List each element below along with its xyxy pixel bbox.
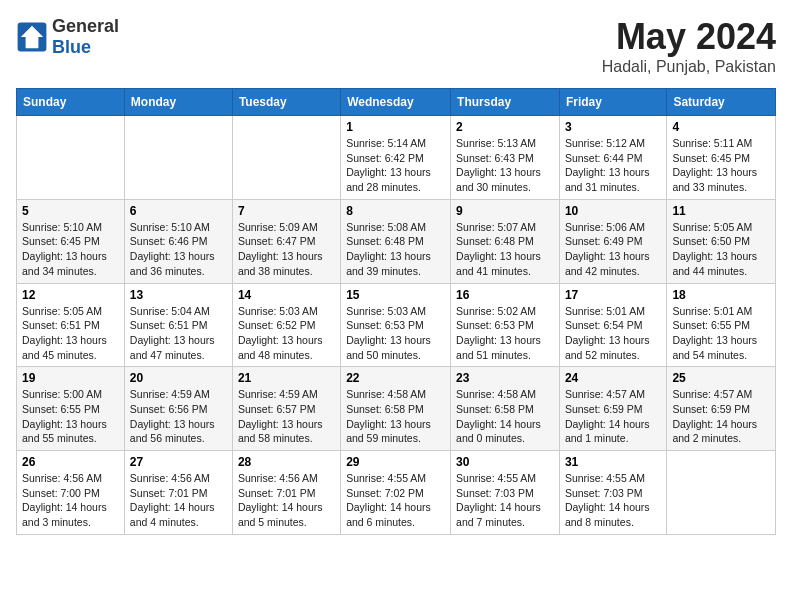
day-number: 20: [130, 371, 227, 385]
day-info: Sunrise: 4:58 AM Sunset: 6:58 PM Dayligh…: [346, 387, 445, 446]
calendar-day-cell: 20Sunrise: 4:59 AM Sunset: 6:56 PM Dayli…: [124, 367, 232, 451]
day-number: 6: [130, 204, 227, 218]
calendar-table: SundayMondayTuesdayWednesdayThursdayFrid…: [16, 88, 776, 535]
day-info: Sunrise: 5:11 AM Sunset: 6:45 PM Dayligh…: [672, 136, 770, 195]
day-number: 10: [565, 204, 661, 218]
day-info: Sunrise: 5:06 AM Sunset: 6:49 PM Dayligh…: [565, 220, 661, 279]
day-info: Sunrise: 5:05 AM Sunset: 6:51 PM Dayligh…: [22, 304, 119, 363]
day-info: Sunrise: 5:12 AM Sunset: 6:44 PM Dayligh…: [565, 136, 661, 195]
calendar-day-cell: 23Sunrise: 4:58 AM Sunset: 6:58 PM Dayli…: [451, 367, 560, 451]
day-info: Sunrise: 5:03 AM Sunset: 6:52 PM Dayligh…: [238, 304, 335, 363]
day-info: Sunrise: 5:03 AM Sunset: 6:53 PM Dayligh…: [346, 304, 445, 363]
day-number: 13: [130, 288, 227, 302]
calendar-day-cell: 31Sunrise: 4:55 AM Sunset: 7:03 PM Dayli…: [559, 451, 666, 535]
day-number: 14: [238, 288, 335, 302]
calendar-day-cell: 4Sunrise: 5:11 AM Sunset: 6:45 PM Daylig…: [667, 116, 776, 200]
day-number: 4: [672, 120, 770, 134]
calendar-day-cell: 29Sunrise: 4:55 AM Sunset: 7:02 PM Dayli…: [341, 451, 451, 535]
calendar-day-cell: 16Sunrise: 5:02 AM Sunset: 6:53 PM Dayli…: [451, 283, 560, 367]
day-info: Sunrise: 5:04 AM Sunset: 6:51 PM Dayligh…: [130, 304, 227, 363]
day-number: 28: [238, 455, 335, 469]
day-info: Sunrise: 4:55 AM Sunset: 7:02 PM Dayligh…: [346, 471, 445, 530]
day-number: 5: [22, 204, 119, 218]
calendar-day-cell: 17Sunrise: 5:01 AM Sunset: 6:54 PM Dayli…: [559, 283, 666, 367]
calendar-header-row: SundayMondayTuesdayWednesdayThursdayFrid…: [17, 89, 776, 116]
day-number: 29: [346, 455, 445, 469]
calendar-day-cell: 28Sunrise: 4:56 AM Sunset: 7:01 PM Dayli…: [232, 451, 340, 535]
calendar-day-cell: 25Sunrise: 4:57 AM Sunset: 6:59 PM Dayli…: [667, 367, 776, 451]
day-number: 15: [346, 288, 445, 302]
logo: General Blue: [16, 16, 119, 58]
day-of-week-header: Tuesday: [232, 89, 340, 116]
day-of-week-header: Wednesday: [341, 89, 451, 116]
day-info: Sunrise: 4:55 AM Sunset: 7:03 PM Dayligh…: [456, 471, 554, 530]
calendar-day-cell: 26Sunrise: 4:56 AM Sunset: 7:00 PM Dayli…: [17, 451, 125, 535]
day-number: 8: [346, 204, 445, 218]
calendar-day-cell: 15Sunrise: 5:03 AM Sunset: 6:53 PM Dayli…: [341, 283, 451, 367]
day-info: Sunrise: 4:55 AM Sunset: 7:03 PM Dayligh…: [565, 471, 661, 530]
day-info: Sunrise: 5:09 AM Sunset: 6:47 PM Dayligh…: [238, 220, 335, 279]
day-number: 23: [456, 371, 554, 385]
calendar-day-cell: 6Sunrise: 5:10 AM Sunset: 6:46 PM Daylig…: [124, 199, 232, 283]
calendar-day-cell: [667, 451, 776, 535]
day-of-week-header: Sunday: [17, 89, 125, 116]
day-number: 18: [672, 288, 770, 302]
day-info: Sunrise: 4:57 AM Sunset: 6:59 PM Dayligh…: [565, 387, 661, 446]
calendar-week-row: 12Sunrise: 5:05 AM Sunset: 6:51 PM Dayli…: [17, 283, 776, 367]
day-number: 17: [565, 288, 661, 302]
calendar-day-cell: 10Sunrise: 5:06 AM Sunset: 6:49 PM Dayli…: [559, 199, 666, 283]
calendar-day-cell: [124, 116, 232, 200]
day-number: 1: [346, 120, 445, 134]
day-of-week-header: Friday: [559, 89, 666, 116]
calendar-week-row: 1Sunrise: 5:14 AM Sunset: 6:42 PM Daylig…: [17, 116, 776, 200]
day-info: Sunrise: 5:08 AM Sunset: 6:48 PM Dayligh…: [346, 220, 445, 279]
title-block: May 2024 Hadali, Punjab, Pakistan: [602, 16, 776, 76]
day-info: Sunrise: 4:58 AM Sunset: 6:58 PM Dayligh…: [456, 387, 554, 446]
day-info: Sunrise: 5:01 AM Sunset: 6:55 PM Dayligh…: [672, 304, 770, 363]
day-info: Sunrise: 4:59 AM Sunset: 6:57 PM Dayligh…: [238, 387, 335, 446]
day-of-week-header: Saturday: [667, 89, 776, 116]
day-number: 21: [238, 371, 335, 385]
day-number: 24: [565, 371, 661, 385]
calendar-day-cell: 5Sunrise: 5:10 AM Sunset: 6:45 PM Daylig…: [17, 199, 125, 283]
calendar-day-cell: 21Sunrise: 4:59 AM Sunset: 6:57 PM Dayli…: [232, 367, 340, 451]
calendar-day-cell: 14Sunrise: 5:03 AM Sunset: 6:52 PM Dayli…: [232, 283, 340, 367]
calendar-day-cell: 3Sunrise: 5:12 AM Sunset: 6:44 PM Daylig…: [559, 116, 666, 200]
calendar-day-cell: 8Sunrise: 5:08 AM Sunset: 6:48 PM Daylig…: [341, 199, 451, 283]
calendar-title: May 2024: [602, 16, 776, 58]
day-number: 25: [672, 371, 770, 385]
day-info: Sunrise: 5:07 AM Sunset: 6:48 PM Dayligh…: [456, 220, 554, 279]
calendar-day-cell: 22Sunrise: 4:58 AM Sunset: 6:58 PM Dayli…: [341, 367, 451, 451]
day-number: 7: [238, 204, 335, 218]
day-info: Sunrise: 5:10 AM Sunset: 6:46 PM Dayligh…: [130, 220, 227, 279]
day-info: Sunrise: 5:01 AM Sunset: 6:54 PM Dayligh…: [565, 304, 661, 363]
calendar-day-cell: 18Sunrise: 5:01 AM Sunset: 6:55 PM Dayli…: [667, 283, 776, 367]
day-info: Sunrise: 4:56 AM Sunset: 7:00 PM Dayligh…: [22, 471, 119, 530]
day-number: 12: [22, 288, 119, 302]
calendar-day-cell: 7Sunrise: 5:09 AM Sunset: 6:47 PM Daylig…: [232, 199, 340, 283]
day-number: 27: [130, 455, 227, 469]
day-info: Sunrise: 4:56 AM Sunset: 7:01 PM Dayligh…: [238, 471, 335, 530]
day-of-week-header: Thursday: [451, 89, 560, 116]
day-number: 31: [565, 455, 661, 469]
logo-icon: [16, 21, 48, 53]
day-info: Sunrise: 4:57 AM Sunset: 6:59 PM Dayligh…: [672, 387, 770, 446]
calendar-day-cell: 11Sunrise: 5:05 AM Sunset: 6:50 PM Dayli…: [667, 199, 776, 283]
day-of-week-header: Monday: [124, 89, 232, 116]
day-number: 19: [22, 371, 119, 385]
calendar-day-cell: 2Sunrise: 5:13 AM Sunset: 6:43 PM Daylig…: [451, 116, 560, 200]
calendar-week-row: 19Sunrise: 5:00 AM Sunset: 6:55 PM Dayli…: [17, 367, 776, 451]
day-number: 30: [456, 455, 554, 469]
day-number: 26: [22, 455, 119, 469]
calendar-day-cell: 9Sunrise: 5:07 AM Sunset: 6:48 PM Daylig…: [451, 199, 560, 283]
logo-general-text: General: [52, 16, 119, 37]
calendar-day-cell: 13Sunrise: 5:04 AM Sunset: 6:51 PM Dayli…: [124, 283, 232, 367]
day-info: Sunrise: 5:05 AM Sunset: 6:50 PM Dayligh…: [672, 220, 770, 279]
day-info: Sunrise: 4:59 AM Sunset: 6:56 PM Dayligh…: [130, 387, 227, 446]
page-header: General Blue May 2024 Hadali, Punjab, Pa…: [16, 16, 776, 76]
calendar-subtitle: Hadali, Punjab, Pakistan: [602, 58, 776, 76]
day-number: 3: [565, 120, 661, 134]
calendar-day-cell: 1Sunrise: 5:14 AM Sunset: 6:42 PM Daylig…: [341, 116, 451, 200]
day-number: 9: [456, 204, 554, 218]
calendar-day-cell: 27Sunrise: 4:56 AM Sunset: 7:01 PM Dayli…: [124, 451, 232, 535]
